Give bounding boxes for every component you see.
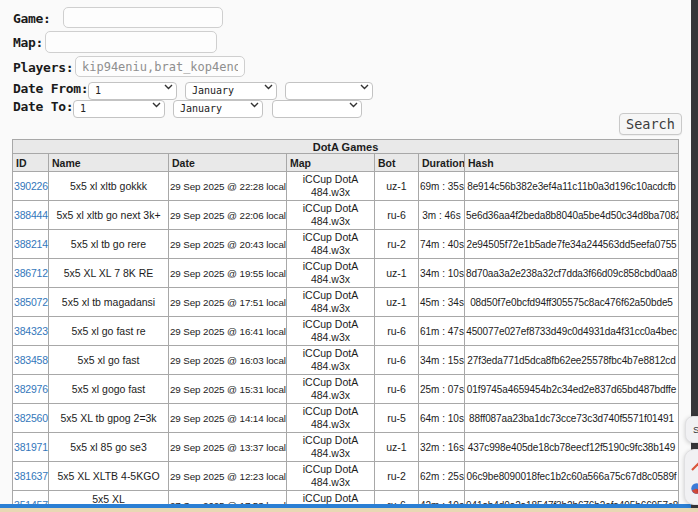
table-row: 385072 5x5 xl tb magadansi 29 Sep 2025 @… (13, 288, 679, 317)
game-map: iCCup DotA 484.w3x (287, 317, 375, 346)
game-date: 29 Sep 2025 @ 16:03 local (169, 346, 287, 375)
background-window-tan-strip (0, 508, 698, 512)
game-id-link[interactable]: 384323 (14, 325, 48, 337)
date-to-day-select-wrap: 1 (73, 97, 165, 115)
screenshot-tooltip-label: Sc (693, 424, 698, 435)
game-date: 29 Sep 2025 @ 12:23 local (169, 462, 287, 491)
game-id-link[interactable]: 383458 (14, 354, 48, 366)
map-input[interactable] (45, 31, 217, 53)
game-name: 5x5 xl go fast (49, 346, 169, 375)
screenshot-tooltip: Sc (685, 416, 698, 443)
game-hash: 08d50f7e0bcfd94ff305575c8ac476f62a50bde5 (465, 288, 679, 317)
game-date: 29 Sep 2025 @ 15:31 local (169, 375, 287, 404)
game-id-link[interactable]: 381971 (14, 441, 48, 453)
games-table: DotA Games ID Name Date Map Bot Duration… (12, 139, 679, 512)
game-name: 5x5 xl xltb gokkk (49, 172, 169, 201)
search-button[interactable]: Search (619, 113, 682, 135)
game-bot: ru-6 (375, 375, 419, 404)
game-name: 5x5 xl xltb go next 3k+ (49, 201, 169, 230)
column-header-map: Map (287, 154, 375, 172)
table-row: 381637 5x5 XL XLTB 4-5KGO 29 Sep 2025 @ … (13, 462, 679, 491)
game-duration: 64m : 10s (419, 404, 465, 433)
game-name: 5x5 XL XL 7 8K RE (49, 259, 169, 288)
game-id-link[interactable]: 381637 (14, 470, 48, 482)
game-duration: 45m : 34s (419, 288, 465, 317)
game-map: iCCup DotA 484.w3x (287, 346, 375, 375)
game-name: 5x5 xl tb magadansi (49, 288, 169, 317)
game-hash: 437c998e405de18cb78eecf12f5190c9fc38b149 (465, 433, 679, 462)
game-hash: 27f3eda771d5dca8fb62ee25578fbc4b7e8812cd (465, 346, 679, 375)
game-duration: 34m : 15s (419, 346, 465, 375)
game-map: iCCup DotA 484.w3x (287, 375, 375, 404)
game-name: 5x5 xl 85 go se3 (49, 433, 169, 462)
column-header-bot: Bot (375, 154, 419, 172)
game-hash: 2e94505f72e1b5ade7fe34a244563dd5eefa0755 (465, 230, 679, 259)
game-bot: uz-1 (375, 433, 419, 462)
game-id-cell: 388444 (13, 201, 49, 230)
game-map: iCCup DotA 484.w3x (287, 288, 375, 317)
date-to-label: Date To: (13, 99, 73, 114)
game-date: 29 Sep 2025 @ 19:55 local (169, 259, 287, 288)
table-row: 388214 5x5 xl tb go rere 29 Sep 2025 @ 2… (13, 230, 679, 259)
column-header-date: Date (169, 154, 287, 172)
game-id-cell: 381971 (13, 433, 49, 462)
date-from-month-select-wrap: January (185, 79, 277, 97)
game-bot: ru-6 (375, 346, 419, 375)
game-duration: 32m : 16s (419, 433, 465, 462)
pen-icon[interactable] (690, 459, 698, 472)
game-date: 29 Sep 2025 @ 17:51 local (169, 288, 287, 317)
game-bot: ru-6 (375, 201, 419, 230)
date-from-day-select-wrap: 1 (88, 79, 177, 97)
date-from-year-select-wrap (285, 79, 373, 97)
game-id-cell: 382560 (13, 404, 49, 433)
game-hash: 8e914c56b382e3ef4a11c11b0a3d196c10acdcfb (465, 172, 679, 201)
game-bot: uz-1 (375, 172, 419, 201)
table-row: 382560 5x5 XL tb gpog 2=3k 29 Sep 2025 @… (13, 404, 679, 433)
table-row: 384323 5x5 xl go fast re 29 Sep 2025 @ 1… (13, 317, 679, 346)
game-bot: uz-1 (375, 288, 419, 317)
game-map: iCCup DotA 484.w3x (287, 259, 375, 288)
game-hash: 450077e027ef8733d49c0d4931da4f31cc0a4bec (465, 317, 679, 346)
game-duration: 74m : 40s (419, 230, 465, 259)
game-date: 29 Sep 2025 @ 14:14 local (169, 404, 287, 433)
game-id-link[interactable]: 388214 (14, 238, 48, 250)
game-id-link[interactable]: 382560 (14, 412, 48, 424)
game-id-cell: 388214 (13, 230, 49, 259)
game-hash: 5e6d36aa4f2beda8b8040a5be4d50c34d8ba7082 (465, 201, 679, 230)
game-id-cell: 385072 (13, 288, 49, 317)
game-id-link[interactable]: 382976 (14, 383, 48, 395)
game-id-cell: 386712 (13, 259, 49, 288)
game-bot: ru-2 (375, 462, 419, 491)
table-row: 381971 5x5 xl 85 go se3 29 Sep 2025 @ 13… (13, 433, 679, 462)
game-hash: 88ff087aa23ba1dc73cce73c3d740f5571f01491 (465, 404, 679, 433)
game-id-cell: 381637 (13, 462, 49, 491)
game-duration: 34m : 10s (419, 259, 465, 288)
game-id-link[interactable]: 386712 (14, 267, 48, 279)
players-input[interactable] (75, 56, 245, 77)
game-name: 5x5 xl go fast re (49, 317, 169, 346)
game-bot: ru-5 (375, 404, 419, 433)
table-row: 382976 5x5 xl gogo fast 29 Sep 2025 @ 15… (13, 375, 679, 404)
game-id-cell: 384323 (13, 317, 49, 346)
game-label: Game: (13, 11, 51, 26)
game-id-link[interactable]: 385072 (14, 296, 48, 308)
table-row: 388444 5x5 xl xltb go next 3k+ 29 Sep 20… (13, 201, 679, 230)
game-map: iCCup DotA 484.w3x (287, 433, 375, 462)
game-name: 5x5 xl tb go rere (49, 230, 169, 259)
game-id-link[interactable]: 388444 (14, 209, 48, 221)
game-hash: 06c9be8090018fec1b2c60a566a75c67d8c0589f (465, 462, 679, 491)
date-to-year-select[interactable] (272, 100, 362, 118)
game-date: 29 Sep 2025 @ 16:41 local (169, 317, 287, 346)
date-to-month-select-wrap: January (173, 97, 263, 115)
game-input[interactable] (63, 7, 223, 28)
game-id-link[interactable]: 390226 (14, 180, 48, 192)
game-name: 5x5 XL tb gpog 2=3k (49, 404, 169, 433)
date-to-month-select[interactable]: January (173, 100, 263, 118)
table-row: 390226 5x5 xl xltb gokkk 29 Sep 2025 @ 2… (13, 172, 679, 201)
game-hash: 01f9745a4659454b2c34ed2e837d65bd487bdffe (465, 375, 679, 404)
date-to-year-select-wrap (272, 97, 362, 115)
browser-icon[interactable] (690, 482, 698, 495)
screenshot-toolbar[interactable] (684, 449, 698, 505)
table-caption: DotA Games (13, 140, 679, 154)
date-to-day-select[interactable]: 1 (73, 100, 165, 118)
